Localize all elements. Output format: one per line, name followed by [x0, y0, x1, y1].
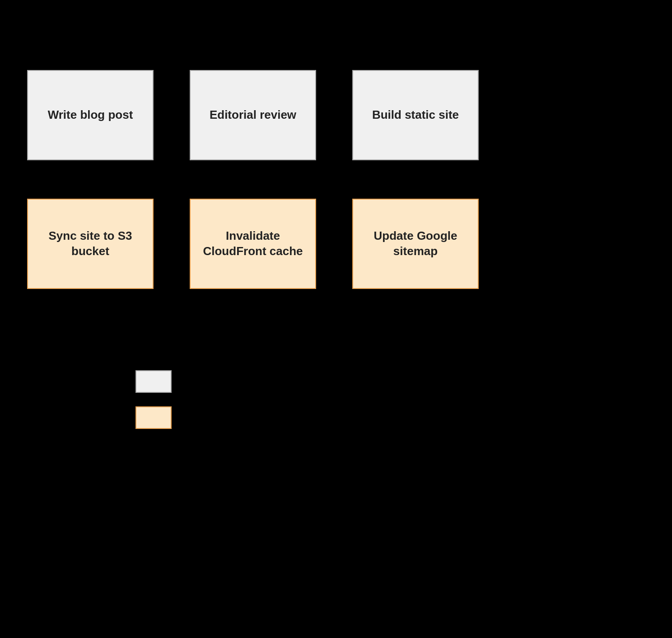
legend-container: [135, 370, 172, 429]
legend-item-orange: [135, 406, 172, 429]
editorial-review-label: Editorial review: [210, 107, 296, 123]
sync-s3-box: Sync site to S3 bucket: [27, 199, 154, 289]
row-2: Sync site to S3 bucket Invalidate CloudF…: [27, 199, 479, 289]
write-blog-post-label: Write blog post: [48, 107, 133, 123]
legend-box-orange: [135, 406, 172, 429]
legend-item-gray: [135, 370, 172, 393]
update-google-sitemap-box: Update Google sitemap: [352, 199, 479, 289]
editorial-review-box: Editorial review: [190, 70, 316, 160]
build-static-site-box: Build static site: [352, 70, 479, 160]
write-blog-post-box: Write blog post: [27, 70, 154, 160]
diagram-container: Write blog post Editorial review Build s…: [0, 0, 672, 638]
legend-box-gray: [135, 370, 172, 393]
update-google-sitemap-label: Update Google sitemap: [362, 228, 469, 259]
row-1: Write blog post Editorial review Build s…: [27, 70, 479, 160]
sync-s3-label: Sync site to S3 bucket: [37, 228, 144, 259]
invalidate-cloudfront-label: Invalidate CloudFront cache: [200, 228, 306, 259]
invalidate-cloudfront-box: Invalidate CloudFront cache: [190, 199, 316, 289]
build-static-site-label: Build static site: [372, 107, 459, 123]
